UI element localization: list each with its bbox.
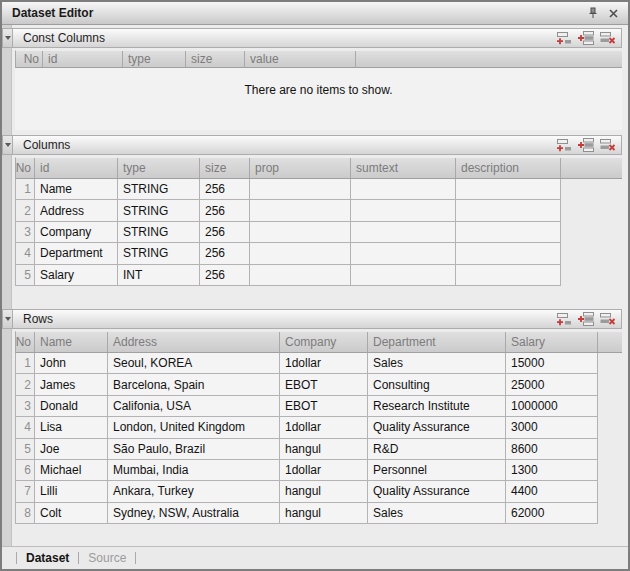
grid-cell[interactable]: 256 <box>200 200 250 220</box>
grid-cell[interactable]: Sales <box>368 353 506 373</box>
grid-cell[interactable]: 1dollar <box>280 460 368 480</box>
grid-cell[interactable]: STRING <box>118 243 200 263</box>
grid-cell[interactable]: Quality Assurance <box>368 481 506 501</box>
column-header: value <box>245 51 356 67</box>
grid-cell[interactable]: 3000 <box>506 417 598 437</box>
grid-cell[interactable]: 15000 <box>506 353 598 373</box>
grid-cell[interactable]: 1000000 <box>506 396 598 416</box>
grid-cell[interactable]: Ankara, Turkey <box>108 481 280 501</box>
grid-cell[interactable]: Seoul, KOREA <box>108 353 280 373</box>
grid-cell[interactable]: Barcelona, Spain <box>108 374 280 394</box>
grid-cell[interactable] <box>351 200 456 220</box>
grid-cell[interactable] <box>250 179 351 199</box>
grid-cell[interactable] <box>456 265 561 285</box>
grid-cell[interactable] <box>351 265 456 285</box>
grid-cell[interactable]: Donald <box>35 396 108 416</box>
grid-cell[interactable] <box>250 265 351 285</box>
grid-cell[interactable]: Salary <box>35 265 118 285</box>
grid-cell[interactable] <box>456 243 561 263</box>
tab-source[interactable]: Source <box>88 551 126 565</box>
grid-cell[interactable] <box>456 222 561 242</box>
grid-cell[interactable] <box>250 200 351 220</box>
collapse-section-icon[interactable] <box>2 309 13 329</box>
grid-cell[interactable]: 256 <box>200 265 250 285</box>
grid-cell[interactable]: Lilli <box>35 481 108 501</box>
column-header: Company <box>280 332 368 352</box>
grid-cell[interactable]: John <box>35 353 108 373</box>
grid-cell[interactable]: STRING <box>118 179 200 199</box>
grid-cell[interactable]: EBOT <box>280 374 368 394</box>
grid-cell[interactable]: Department <box>35 243 118 263</box>
grid-cell[interactable]: hangul <box>280 481 368 501</box>
table-row: 8ColtSydney, NSW, AustraliahangulSales62… <box>16 503 598 524</box>
grid-cell[interactable]: Michael <box>35 460 108 480</box>
grid-cell[interactable]: Mumbai, India <box>108 460 280 480</box>
collapse-section-icon[interactable] <box>2 135 13 155</box>
insert-item-icon[interactable] <box>578 138 594 152</box>
grid-cell[interactable]: Personnel <box>368 460 506 480</box>
grid-cell[interactable]: 1dollar <box>280 417 368 437</box>
grid-cell[interactable] <box>456 200 561 220</box>
grid-cell[interactable] <box>456 179 561 199</box>
grid-cell[interactable]: 1300 <box>506 460 598 480</box>
delete-item-icon[interactable] <box>600 312 616 326</box>
grid-cell[interactable]: 4400 <box>506 481 598 501</box>
add-item-icon[interactable] <box>556 31 572 45</box>
row-number-cell: 1 <box>16 179 35 199</box>
grid-cell[interactable]: Colt <box>35 503 108 523</box>
grid-cell[interactable]: Sales <box>368 503 506 523</box>
grid-cell[interactable]: hangul <box>280 439 368 459</box>
bottom-tab-strip: Dataset Source <box>2 546 628 569</box>
delete-item-icon[interactable] <box>600 31 616 45</box>
grid-cell[interactable]: Quality Assurance <box>368 417 506 437</box>
grid-cell[interactable]: EBOT <box>280 396 368 416</box>
grid-cell[interactable]: Joe <box>35 439 108 459</box>
collapse-section-icon[interactable] <box>2 28 13 48</box>
grid-cell[interactable]: Address <box>35 200 118 220</box>
tab-separator <box>16 552 17 564</box>
grid-cell[interactable]: 8600 <box>506 439 598 459</box>
grid-cell[interactable]: London, United Kingdom <box>108 417 280 437</box>
grid-cell[interactable]: Lisa <box>35 417 108 437</box>
table-row: 6MichaelMumbai, India1dollarPersonnel130… <box>16 460 598 481</box>
grid-cell[interactable]: 25000 <box>506 374 598 394</box>
grid-cell[interactable]: Sydney, NSW, Australia <box>108 503 280 523</box>
grid-cell[interactable]: Research Institute <box>368 396 506 416</box>
grid-cell[interactable]: STRING <box>118 200 200 220</box>
section-rows: RowsNoNameAddressCompanyDepartmentSalary… <box>13 309 628 524</box>
grid-cell[interactable]: 62000 <box>506 503 598 523</box>
grid-cell[interactable]: R&D <box>368 439 506 459</box>
grid-cell[interactable]: Consulting <box>368 374 506 394</box>
table-row: 5SalaryINT256 <box>16 265 561 286</box>
insert-item-icon[interactable] <box>578 31 594 45</box>
grid-cell[interactable]: Califonia, USA <box>108 396 280 416</box>
column-header: Department <box>368 332 506 352</box>
pin-icon[interactable] <box>587 7 599 19</box>
grid-cell[interactable]: 256 <box>200 179 250 199</box>
grid-cell[interactable]: INT <box>118 265 200 285</box>
tab-dataset[interactable]: Dataset <box>26 551 69 565</box>
add-item-icon[interactable] <box>556 138 572 152</box>
column-header: type <box>118 158 200 178</box>
grid-cell[interactable]: São Paulo, Brazil <box>108 439 280 459</box>
empty-grid-message: There are no items to show. <box>15 68 622 130</box>
grid-cell[interactable]: James <box>35 374 108 394</box>
insert-item-icon[interactable] <box>578 312 594 326</box>
table-row: 7LilliAnkara, TurkeyhangulQuality Assura… <box>16 481 598 502</box>
grid-cell[interactable] <box>250 222 351 242</box>
grid-cell[interactable] <box>351 222 456 242</box>
grid-cell[interactable]: hangul <box>280 503 368 523</box>
grid-cell[interactable] <box>250 243 351 263</box>
grid-cell[interactable] <box>351 179 456 199</box>
tab-separator <box>135 552 136 564</box>
add-item-icon[interactable] <box>556 312 572 326</box>
grid-cell[interactable]: 1dollar <box>280 353 368 373</box>
grid-cell[interactable]: STRING <box>118 222 200 242</box>
grid-cell[interactable] <box>351 243 456 263</box>
close-icon[interactable] <box>608 8 619 19</box>
grid-cell[interactable]: Name <box>35 179 118 199</box>
delete-item-icon[interactable] <box>600 138 616 152</box>
grid-cell[interactable]: 256 <box>200 222 250 242</box>
grid-cell[interactable]: Company <box>35 222 118 242</box>
grid-cell[interactable]: 256 <box>200 243 250 263</box>
